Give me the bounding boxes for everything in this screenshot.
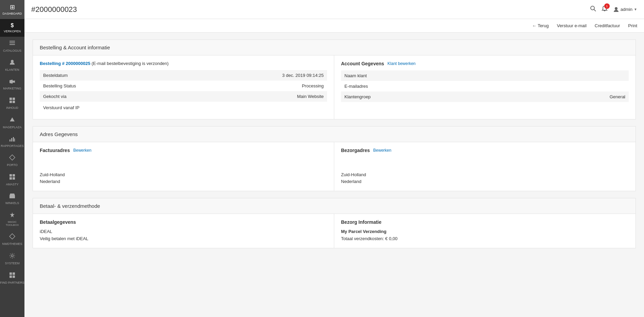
sidebar-item-mageplaza[interactable]: MAGEPLAZA	[0, 113, 24, 133]
svg-rect-11	[13, 137, 14, 141]
order-status-label: Bestelling Status	[40, 81, 108, 91]
sidebar-item-magic-toolbox[interactable]: MAGICTOOLBOX	[0, 208, 24, 230]
factuuradres-bewerken-link[interactable]: Bewerken	[73, 148, 91, 153]
inhoud-icon	[9, 97, 15, 105]
credit-invoice-button[interactable]: Creditfactuur	[595, 23, 620, 28]
bestelling-section-body: Bestelling # 2000000025 (E-mail bestelbe…	[33, 55, 636, 119]
sidebar-item-amasty[interactable]: AMASTY	[0, 170, 24, 190]
sidebar-item-inhoud[interactable]: INHOUD	[0, 94, 24, 113]
page-title: #2000000023	[31, 5, 77, 14]
notification-count: 1	[604, 3, 610, 9]
svg-point-22	[11, 255, 13, 257]
svg-rect-2	[10, 44, 15, 45]
user-name: admin	[621, 7, 632, 12]
mageplaza-icon	[9, 117, 15, 124]
send-email-button[interactable]: Verstuur e-mail	[557, 23, 586, 28]
betaal-two-col: Betaalgegevens iDEAL Veilig betalen met …	[33, 214, 636, 248]
winkels-icon	[9, 193, 15, 200]
ip-row: Verstuurd vanaf IP	[40, 102, 327, 114]
svg-rect-19	[12, 196, 13, 198]
betaal-section-header: Betaal- & verzendmethode	[33, 198, 636, 214]
bezorgadres-text: Zuid-Holland Nederland	[341, 157, 629, 185]
klantengroep-value: General	[512, 91, 629, 102]
svg-marker-20	[10, 212, 15, 217]
emailadres-value	[512, 81, 629, 91]
order-title: Bestelling # 2000000025 (E-mail bestelbe…	[40, 61, 327, 66]
sidebar-item-catalogus[interactable]: CATALOGUS	[0, 37, 24, 56]
sidebar-item-rapportages[interactable]: RAPPORTAGES	[0, 133, 24, 151]
adres-two-col: Factuuradres Bewerken Zuid-Holland Neder…	[33, 142, 636, 191]
bestelling-section: Bestelling & Account informatie Bestelli…	[33, 39, 636, 119]
bezorgadres-col: Bezorgadres Bewerken Zuid-Holland Nederl…	[334, 142, 636, 191]
klantengroep-label: Klantengroep	[341, 91, 512, 102]
user-dropdown-icon: ▼	[634, 7, 637, 11]
adres-section-title: Adres Gegevens	[40, 131, 78, 137]
topbar-actions: 1 admin ▼	[590, 5, 637, 13]
purchase-channel-value: Main Website	[108, 91, 327, 102]
sidebar-item-systeem[interactable]: SYSTEEM	[0, 249, 24, 269]
bezorg-province: Zuid-Holland	[341, 172, 366, 177]
adres-section-body: Factuuradres Bewerken Zuid-Holland Neder…	[33, 142, 636, 191]
svg-rect-25	[10, 276, 12, 278]
betaalgegevens-col: Betaalgegevens iDEAL Veilig betalen met …	[33, 214, 334, 248]
bestelling-two-col: Bestelling # 2000000025 (E-mail bestelbe…	[33, 55, 636, 119]
user-menu[interactable]: admin ▼	[613, 6, 637, 13]
svg-rect-12	[14, 138, 15, 141]
betaalgegevens-title: Betaalgegevens	[40, 219, 327, 225]
svg-rect-5	[10, 98, 12, 100]
klant-bewerken-link[interactable]: Klant bewerken	[388, 61, 416, 66]
print-button[interactable]: Print	[628, 23, 637, 28]
order-details-table: Besteldatum 3 dec. 2019 09:14:25 Bestell…	[40, 70, 327, 102]
table-row: Besteldatum 3 dec. 2019 09:14:25	[40, 70, 327, 81]
table-row: Naam klant	[341, 70, 629, 81]
svg-rect-23	[10, 272, 12, 275]
adres-section-header: Adres Gegevens	[33, 127, 636, 142]
sidebar-item-verkopen[interactable]: $ VERKOPEN	[0, 19, 24, 37]
sidebar-item-porto[interactable]: PORTO	[0, 151, 24, 170]
table-row: E-mailadres	[341, 81, 629, 91]
betaal-section: Betaal- & verzendmethode Betaalgegevens …	[33, 198, 636, 248]
svg-rect-8	[13, 101, 15, 103]
notification-bell-icon[interactable]: 1	[602, 5, 608, 13]
svg-marker-13	[10, 155, 15, 160]
sidebar-item-marketing[interactable]: MARKETING	[0, 75, 24, 94]
bezorgadres-bewerken-link[interactable]: Bewerken	[373, 148, 391, 153]
bezorgadres-title: Bezorgadres Bewerken	[341, 148, 629, 153]
svg-rect-24	[13, 272, 15, 275]
sidebar-item-winkels[interactable]: WINKELS	[0, 190, 24, 208]
bezorg-informatie-col: Bezorg Informatie My Parcel Verzending T…	[334, 214, 636, 248]
svg-point-3	[11, 60, 14, 63]
svg-rect-10	[11, 138, 12, 141]
account-details-table: Naam klant E-mailadres Klantengroep Gene…	[341, 70, 629, 102]
bezorg-informatie-text: My Parcel Verzending Totaal verzendkoste…	[341, 228, 629, 243]
table-row: Gekocht via Main Website	[40, 91, 327, 102]
factuuradres-title: Factuuradres Bewerken	[40, 148, 327, 153]
account-gegevens-title: Account Gegevens	[341, 61, 384, 66]
factuur-country: Nederland	[40, 179, 60, 184]
back-button[interactable]: ← Terug	[532, 23, 549, 28]
account-header: Account Gegevens Klant bewerken	[341, 61, 629, 66]
factuuradres-col: Factuuradres Bewerken Zuid-Holland Neder…	[33, 142, 334, 191]
sidebar-item-dashboard[interactable]: ⊞ DASHBOARD	[0, 0, 24, 19]
verkopen-icon: $	[11, 22, 14, 29]
ip-label: Verstuurd vanaf IP	[43, 105, 79, 110]
factuuradres-text: Zuid-Holland Nederland	[40, 157, 327, 185]
sidebar-item-nwdthemes[interactable]: NWDTHEMES	[0, 230, 24, 249]
action-bar: ← Terug Verstuur e-mail Creditfactuur Pr…	[24, 19, 644, 33]
shipping-cost: Totaal verzendkosten: € 0,00	[341, 236, 397, 241]
betaalgegevens-text: iDEAL Veilig betalen met iDEAL	[40, 228, 327, 243]
sidebar-item-klanten[interactable]: KLANTEN	[0, 56, 24, 75]
svg-rect-7	[10, 101, 12, 103]
svg-rect-0	[10, 41, 15, 41]
svg-rect-6	[13, 98, 15, 100]
search-icon[interactable]	[590, 5, 596, 13]
sidebar-item-find-partners[interactable]: FIND PARTNERS	[0, 269, 24, 288]
magic-toolbox-icon	[9, 212, 15, 220]
catalogus-icon	[9, 40, 15, 48]
order-number-link[interactable]: Bestelling # 2000000025	[40, 61, 90, 66]
table-row: Bestelling Status Processing	[40, 81, 327, 91]
systeem-icon	[9, 253, 15, 261]
payment-description: Veilig betalen met iDEAL	[40, 236, 88, 241]
naam-klant-label: Naam klant	[341, 70, 512, 81]
svg-rect-16	[10, 177, 12, 180]
